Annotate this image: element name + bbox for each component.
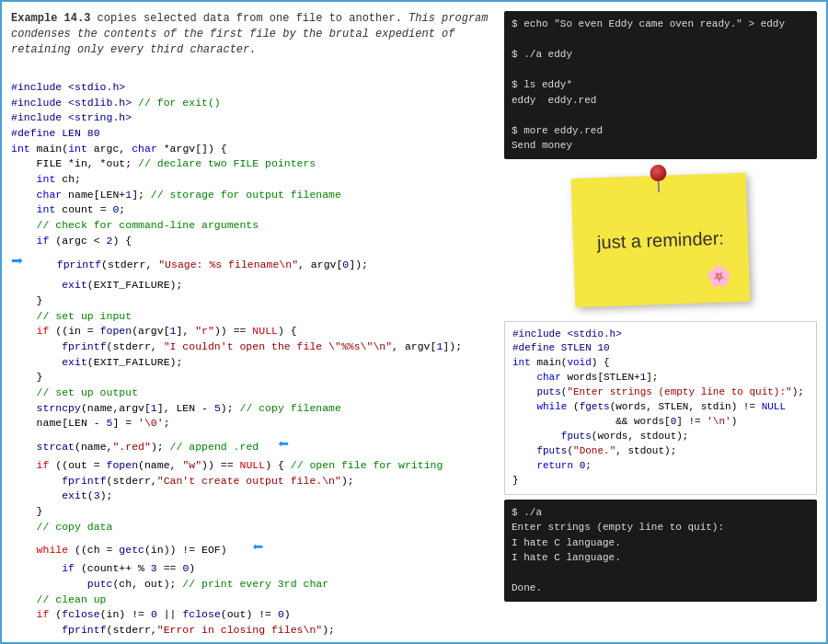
terminal-box-2: $ ./a Enter strings (empty line to quit)… — [504, 500, 817, 602]
terminal-line: eddy eddy.red — [512, 93, 810, 109]
terminal-line: I hate C language. — [512, 550, 810, 566]
terminal-line — [512, 566, 810, 581]
sticky-note: just a reminder: 🌸 — [571, 172, 751, 307]
pin-head — [650, 164, 667, 181]
top-section: Example 14.3 copies selected data from o… — [2, 2, 826, 644]
terminal-line — [512, 108, 810, 123]
right-panel: $ echo "So even Eddy came oven ready." >… — [504, 11, 817, 644]
main-content: Example 14.3 copies selected data from o… — [2, 2, 826, 642]
terminal-line: $ ./a — [512, 505, 810, 521]
example-number: Example 14.3 — [11, 12, 90, 25]
small-code-box: #include <stdio.h> #define STLEN 10 int … — [504, 321, 817, 495]
sticky-note-area: just a reminder: 🌸 — [504, 167, 817, 314]
terminal-line: Send money — [512, 138, 810, 154]
flower-decoration: 🌸 — [706, 264, 731, 289]
terminal-line: $ more eddy.red — [512, 123, 810, 139]
terminal-line: Enter strings (empty line to quit): — [512, 520, 810, 535]
terminal-line: $ ./a eddy — [512, 47, 810, 63]
code-line: #include <stdio.h> #include <stdlib.h> /… — [11, 81, 462, 644]
bottom-right-area: #include <stdio.h> #define STLEN 10 int … — [504, 321, 817, 602]
terminal-line: I hate C language. — [512, 535, 810, 551]
terminal-line: $ ls eddy* — [512, 77, 810, 93]
intro-text: Example 14.3 copies selected data from o… — [11, 11, 495, 57]
terminal-box-1: $ echo "So even Eddy came oven ready." >… — [504, 11, 817, 159]
left-panel: Example 14.3 copies selected data from o… — [11, 11, 495, 644]
pin-shaft — [658, 181, 660, 192]
terminal-line: $ echo "So even Eddy came oven ready." >… — [512, 17, 810, 32]
terminal-line — [512, 32, 810, 48]
intro-text-main: copies selected data from one file to an… — [90, 12, 408, 25]
pin — [650, 164, 667, 192]
code-block: #include <stdio.h> #include <stdlib.h> /… — [11, 64, 495, 644]
terminal-line: Done. — [512, 581, 810, 596]
sticky-text: just a reminder: — [597, 225, 725, 254]
terminal-line — [512, 63, 810, 78]
